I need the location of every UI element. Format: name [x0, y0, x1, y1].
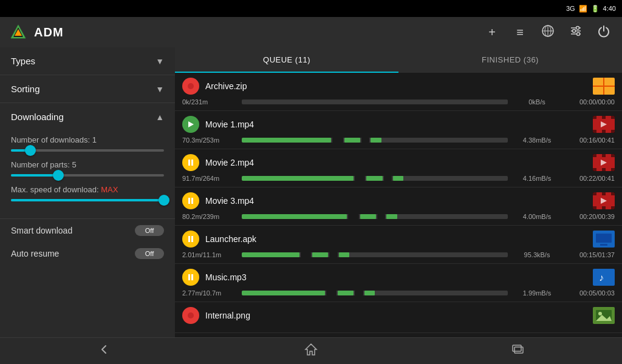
globe-button[interactable] — [539, 24, 556, 41]
progress-label: 2.01m/11.1m — [182, 251, 237, 258]
sidebar: Types ▼ Sorting ▼ Downloading ▲ Number o… — [0, 47, 175, 337]
download-name: Internal.png — [205, 311, 588, 320]
svg-rect-20 — [602, 116, 606, 119]
time-label: 00:05/00:03 — [566, 289, 615, 297]
svg-rect-23 — [602, 130, 606, 133]
home-button[interactable] — [304, 342, 318, 360]
recents-button[interactable] — [511, 342, 525, 360]
progress-bar — [242, 214, 508, 219]
svg-rect-47 — [191, 236, 193, 242]
download-thumbnail — [593, 192, 615, 209]
svg-rect-44 — [611, 206, 615, 209]
max-speed-slider[interactable] — [11, 199, 164, 201]
svg-point-12 — [577, 32, 580, 35]
download-status-icon — [182, 116, 199, 133]
list-item[interactable]: Music.mp3 ♪ 2.77m/10.7m 1.99mB/s 00:05/0… — [175, 264, 622, 302]
download-thumbnail — [593, 116, 615, 133]
svg-rect-26 — [188, 160, 190, 166]
downloading-chevron-icon: ▲ — [156, 112, 164, 122]
clock: 4:40 — [603, 5, 616, 12]
svg-rect-39 — [593, 192, 596, 195]
progress-label: 70.3m/253m — [182, 136, 237, 144]
app-logo — [10, 24, 27, 41]
auto-resume-toggle[interactable]: Off — [135, 248, 164, 259]
download-status-icon — [182, 307, 199, 324]
svg-rect-33 — [602, 168, 606, 171]
svg-rect-49 — [596, 234, 612, 243]
download-thumbnail — [593, 231, 615, 248]
tab-queue[interactable]: QUEUE (11) — [175, 47, 398, 73]
list-item[interactable]: Movie 2.mp4 91.7m/264m 4.16mB/s 00:22/00… — [175, 149, 622, 187]
svg-point-11 — [573, 29, 576, 32]
download-status-icon — [182, 269, 199, 286]
speed-label: 4.16mB/s — [513, 175, 561, 182]
svg-text:♪: ♪ — [599, 272, 604, 283]
tab-bar: QUEUE (11) FINISHED (36) — [175, 47, 622, 73]
svg-rect-61 — [513, 345, 521, 351]
list-item[interactable]: Launcher.apk 2.01m/11.1m 95.3kB/s 00:15/… — [175, 226, 622, 264]
menu-button[interactable]: ≡ — [511, 25, 528, 39]
download-thumbnail — [593, 154, 615, 171]
num-parts-slider[interactable] — [11, 174, 164, 177]
app-title: ADM — [34, 25, 484, 39]
svg-rect-31 — [611, 154, 615, 157]
progress-label: 2.77m/10.7m — [182, 289, 237, 297]
bottom-nav — [0, 337, 622, 364]
num-parts-label: Number of parts: 5 — [11, 160, 164, 169]
types-label: Types — [11, 56, 35, 66]
downloading-header[interactable]: Downloading ▲ — [0, 103, 175, 130]
downloading-label: Downloading — [11, 112, 64, 122]
types-header[interactable]: Types ▼ — [0, 47, 175, 75]
auto-resume-label: Auto resume — [11, 249, 59, 258]
time-label: 00:20/00:39 — [566, 213, 615, 220]
progress-bar — [242, 252, 508, 257]
progress-bar — [242, 291, 508, 295]
svg-rect-36 — [188, 198, 190, 204]
toolbar-icons: + ≡ — [484, 24, 612, 41]
download-list: Archive.zip 0k/231m 0kB/s 00:00/00:00 Mo… — [175, 73, 622, 337]
download-name: Movie 2.mp4 — [205, 158, 588, 167]
list-item[interactable]: Internal.png — [175, 302, 622, 333]
svg-rect-50 — [600, 244, 607, 246]
svg-rect-27 — [191, 160, 193, 166]
smart-download-row: Smart download Off — [0, 219, 175, 242]
progress-label: 80.2m/239m — [182, 213, 237, 220]
download-thumbnail: ♪ — [593, 269, 615, 286]
svg-rect-32 — [593, 168, 596, 171]
sidebar-section-types: Types ▼ — [0, 47, 175, 75]
download-name: Archive.zip — [205, 81, 588, 91]
list-item[interactable]: Movie 1.mp4 70.3m/253m 4.38mB/s 00:16/00… — [175, 111, 622, 149]
main-container: Types ▼ Sorting ▼ Downloading ▲ Number o… — [0, 47, 622, 337]
progress-label: 0k/231m — [182, 98, 237, 106]
sidebar-section-downloading: Downloading ▲ Number of downloads: 1 Num… — [0, 103, 175, 219]
progress-bar — [242, 176, 508, 181]
sorting-chevron-icon: ▼ — [156, 84, 164, 94]
back-button[interactable] — [97, 342, 111, 360]
svg-rect-19 — [593, 116, 596, 119]
download-name: Music.mp3 — [205, 272, 588, 282]
settings-button[interactable] — [567, 24, 584, 41]
progress-bar — [242, 99, 508, 104]
svg-rect-37 — [191, 198, 193, 204]
tab-finished[interactable]: FINISHED (36) — [398, 47, 622, 73]
num-downloads-slider[interactable] — [11, 149, 164, 152]
speed-label: 95.3kB/s — [513, 251, 561, 258]
time-label: 00:22/00:41 — [566, 175, 615, 182]
time-label: 00:16/00:41 — [566, 136, 615, 144]
network-indicator: 3G — [566, 5, 575, 12]
sorting-header[interactable]: Sorting ▼ — [0, 75, 175, 103]
list-item[interactable]: Archive.zip 0k/231m 0kB/s 00:00/00:00 — [175, 73, 622, 111]
smart-download-toggle[interactable]: Off — [135, 225, 164, 236]
download-status-icon — [182, 231, 199, 248]
svg-point-10 — [576, 26, 579, 29]
add-button[interactable]: + — [484, 25, 501, 39]
svg-rect-42 — [593, 206, 596, 209]
list-item[interactable]: Movie 3.mp4 80.2m/239m 4.00mB/s 00:20/00… — [175, 187, 622, 226]
svg-rect-43 — [602, 206, 606, 209]
types-chevron-icon: ▼ — [156, 56, 164, 66]
svg-rect-29 — [593, 154, 596, 157]
sorting-label: Sorting — [11, 84, 40, 94]
power-button[interactable] — [595, 24, 612, 41]
download-thumbnail — [593, 307, 615, 324]
speed-label: 4.00mB/s — [513, 213, 561, 220]
